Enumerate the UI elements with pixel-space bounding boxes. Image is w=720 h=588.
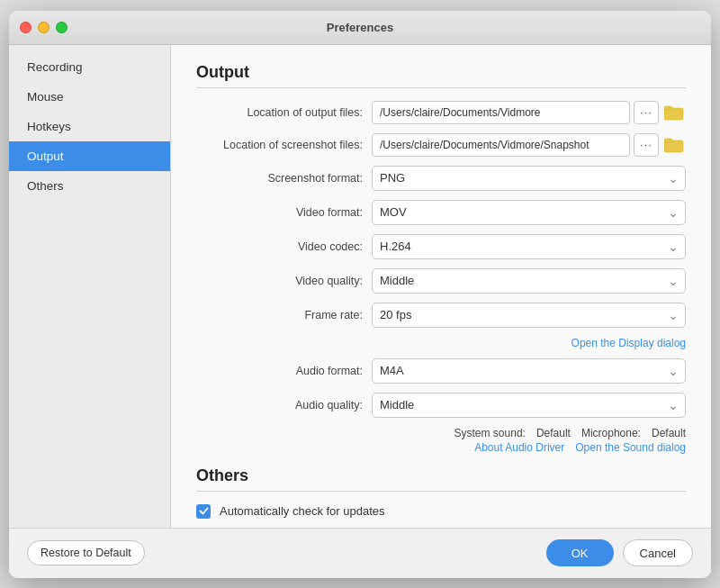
svg-rect-1 [664, 106, 672, 110]
sidebar-item-recording[interactable]: Recording [9, 52, 170, 82]
output-location-folder-button[interactable] [662, 101, 686, 124]
titlebar: Preferences [9, 11, 711, 45]
audio-quality-wrapper: Low Middle High [372, 393, 686, 418]
audio-links-row: About Audio Driver Open the Sound dialog [196, 441, 686, 454]
screenshot-location-label: Location of screenshot files: [196, 139, 372, 151]
frame-rate-select[interactable]: 10 fps 15 fps 20 fps 25 fps 30 fps [372, 303, 686, 328]
audio-quality-label: Audio quality: [196, 399, 372, 412]
video-quality-label: Video quality: [196, 275, 372, 287]
screenshot-location-group: ··· [372, 133, 686, 157]
checkmark-icon [199, 506, 209, 516]
output-location-label: Location of output files: [196, 106, 372, 119]
audio-quality-select[interactable]: Low Middle High [372, 393, 686, 418]
maximize-button[interactable] [56, 22, 68, 33]
audio-quality-row: Audio quality: Low Middle High [196, 393, 686, 418]
screenshot-format-wrapper: PNG JPG BMP GIF [372, 166, 686, 191]
audio-format-select[interactable]: M4A MP3 AAC WAV [372, 358, 686, 384]
folder-icon [664, 104, 684, 121]
minimize-button[interactable] [38, 22, 50, 33]
svg-rect-3 [664, 139, 672, 142]
frame-rate-wrapper: 10 fps 15 fps 20 fps 25 fps 30 fps [372, 303, 686, 328]
video-quality-row: Video quality: Low Middle High Lossless [196, 268, 686, 294]
auto-update-row: Automatically check for updates [196, 504, 686, 519]
microphone-value: Default [652, 427, 686, 439]
restore-default-button[interactable]: Restore to Default [27, 540, 145, 565]
microphone-label: Microphone: [581, 427, 641, 439]
folder-icon-2 [664, 137, 684, 153]
video-quality-wrapper: Low Middle High Lossless [372, 268, 686, 294]
content-area: Recording Mouse Hotkeys Output Others Ou… [9, 45, 711, 528]
audio-format-row: Audio format: M4A MP3 AAC WAV [196, 358, 686, 384]
output-location-group: ··· [372, 101, 686, 124]
output-location-row: Location of output files: ··· [196, 101, 686, 124]
output-location-dots-button[interactable]: ··· [634, 101, 659, 124]
screenshot-format-label: Screenshot format: [196, 172, 372, 185]
video-format-row: Video format: MOV MP4 AVI MKV [196, 200, 686, 225]
frame-rate-row: Frame rate: 10 fps 15 fps 20 fps 25 fps … [196, 303, 686, 328]
sidebar-item-hotkeys[interactable]: Hotkeys [9, 112, 170, 141]
open-display-link[interactable]: Open the Display dialog [196, 337, 686, 349]
screenshot-location-row: Location of screenshot files: ··· [196, 133, 686, 157]
footer-right: OK Cancel [546, 539, 693, 566]
sidebar-item-mouse[interactable]: Mouse [9, 82, 170, 112]
video-format-label: Video format: [196, 206, 372, 219]
screenshot-location-dots-button[interactable]: ··· [634, 133, 659, 157]
footer: Restore to Default OK Cancel [9, 528, 711, 578]
window-title: Preferences [327, 21, 393, 34]
system-sound-value: Default [536, 427, 571, 439]
video-codec-wrapper: H.264 H.265 MPEG-4 [372, 234, 686, 259]
frame-rate-label: Frame rate: [196, 309, 372, 321]
audio-format-label: Audio format: [196, 365, 372, 377]
ok-button[interactable]: OK [546, 539, 614, 566]
screenshot-format-select[interactable]: PNG JPG BMP GIF [372, 166, 686, 191]
output-section-title: Output [196, 63, 686, 88]
audio-format-wrapper: M4A MP3 AAC WAV [372, 358, 686, 384]
open-display-row: Open the Display dialog [196, 337, 686, 349]
video-quality-select[interactable]: Low Middle High Lossless [372, 268, 686, 294]
auto-update-label: Automatically check for updates [220, 504, 385, 518]
others-section: Others Automatically check for updates [196, 466, 686, 519]
video-format-select[interactable]: MOV MP4 AVI MKV [372, 200, 686, 225]
sidebar: Recording Mouse Hotkeys Output Others [9, 45, 171, 528]
preferences-window: Preferences Recording Mouse Hotkeys Outp… [9, 11, 711, 578]
cancel-button[interactable]: Cancel [623, 539, 693, 566]
about-audio-driver-link[interactable]: About Audio Driver [474, 441, 564, 454]
main-content: Output Location of output files: ··· [171, 45, 711, 528]
video-format-wrapper: MOV MP4 AVI MKV [372, 200, 686, 225]
screenshot-location-folder-button[interactable] [662, 133, 686, 157]
open-sound-dialog-link[interactable]: Open the Sound dialog [575, 441, 686, 454]
output-location-input[interactable] [372, 101, 630, 124]
video-codec-label: Video codec: [196, 240, 372, 253]
auto-update-checkbox[interactable] [196, 504, 211, 519]
sidebar-item-output[interactable]: Output [9, 141, 170, 171]
audio-info-row: System sound: Default Microphone: Defaul… [196, 427, 686, 439]
others-section-title: Others [196, 466, 686, 492]
close-button[interactable] [20, 22, 32, 33]
screenshot-location-input[interactable] [372, 133, 630, 157]
sidebar-item-others[interactable]: Others [9, 171, 170, 201]
video-codec-select[interactable]: H.264 H.265 MPEG-4 [372, 234, 686, 259]
system-sound-label: System sound: [454, 427, 526, 439]
screenshot-format-row: Screenshot format: PNG JPG BMP GIF [196, 166, 686, 191]
video-codec-row: Video codec: H.264 H.265 MPEG-4 [196, 234, 686, 259]
window-controls [20, 22, 68, 33]
